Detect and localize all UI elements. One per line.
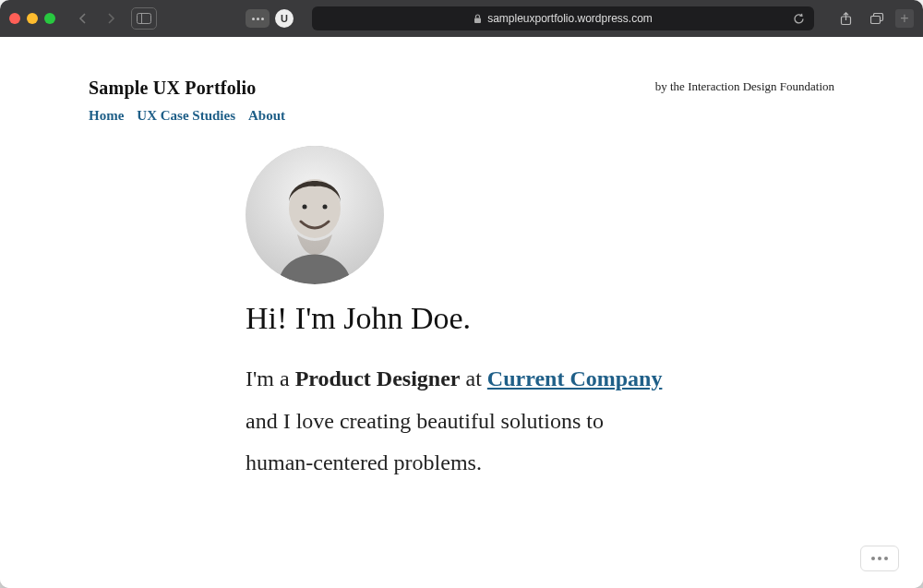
primary-nav: Home UX Case Studies About — [89, 108, 285, 124]
nav-back-forward — [70, 7, 124, 30]
address-left-actions: U — [246, 9, 294, 28]
floating-actions-button[interactable] — [860, 546, 899, 571]
new-tab-button[interactable]: + — [895, 9, 914, 28]
browser-chrome: U sampleuxportfolio.wordpress.com + — [0, 0, 923, 37]
close-window-button[interactable] — [9, 13, 20, 24]
svg-rect-2 — [474, 18, 481, 23]
share-button[interactable] — [833, 7, 858, 30]
lock-icon — [473, 14, 482, 24]
intro-role: Product Designer — [295, 366, 461, 390]
hero-intro: I'm a Product Designer at Current Compan… — [246, 358, 762, 485]
site-header: Sample UX Portfolio Home UX Case Studies… — [89, 78, 834, 124]
svg-rect-0 — [138, 14, 151, 24]
back-button[interactable] — [70, 7, 96, 30]
site-title[interactable]: Sample UX Portfolio — [89, 78, 285, 99]
reload-button[interactable] — [793, 13, 805, 25]
sidebar-toggle-button[interactable] — [131, 7, 157, 30]
address-url: sampleuxportfolio.wordpress.com — [487, 12, 653, 25]
tabs-button[interactable] — [864, 7, 890, 30]
svg-rect-5 — [870, 16, 880, 23]
intro-line-3: human-centered problems. — [246, 450, 482, 474]
avatar — [246, 146, 384, 284]
site-settings-button[interactable] — [246, 9, 270, 28]
intro-at: at — [461, 366, 487, 390]
extension-badge[interactable]: U — [275, 9, 294, 28]
nav-home[interactable]: Home — [89, 108, 124, 124]
intro-line-2: and I love creating beautiful solutions … — [246, 409, 604, 433]
window-controls — [9, 13, 55, 24]
address-right-actions: + — [833, 7, 914, 30]
hero-greeting: Hi! I'm John Doe. — [246, 301, 762, 336]
browser-window: U sampleuxportfolio.wordpress.com + Samp… — [0, 0, 923, 588]
maximize-window-button[interactable] — [44, 13, 55, 24]
intro-company-link[interactable]: Current Company — [487, 366, 663, 390]
site-byline: by the Interaction Design Foundation — [655, 79, 834, 94]
nav-case-studies[interactable]: UX Case Studies — [137, 108, 235, 124]
intro-prefix: I'm a — [246, 366, 295, 390]
svg-point-10 — [323, 205, 328, 210]
nav-about[interactable]: About — [248, 108, 285, 124]
minimize-window-button[interactable] — [27, 13, 38, 24]
svg-point-9 — [303, 205, 307, 210]
page-content: Sample UX Portfolio Home UX Case Studies… — [0, 37, 923, 588]
hero: Hi! I'm John Doe. I'm a Product Designer… — [246, 146, 762, 485]
site-title-block: Sample UX Portfolio Home UX Case Studies… — [89, 78, 285, 124]
address-bar[interactable]: sampleuxportfolio.wordpress.com — [312, 6, 814, 30]
forward-button[interactable] — [98, 7, 124, 30]
